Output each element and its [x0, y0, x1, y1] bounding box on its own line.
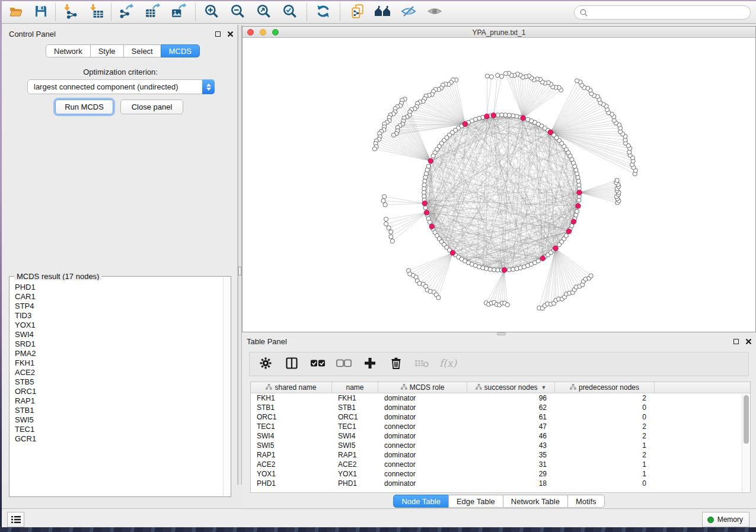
- table-row[interactable]: YOX1YOX1connector291: [251, 469, 750, 479]
- network-node[interactable]: [384, 222, 388, 226]
- open-session-button[interactable]: [5, 3, 27, 21]
- mcds-hub-node[interactable]: [521, 116, 525, 120]
- network-node[interactable]: [431, 154, 435, 158]
- save-session-button[interactable]: [30, 3, 52, 21]
- network-node[interactable]: [423, 206, 428, 210]
- tab-edge-table[interactable]: Edge Table: [448, 495, 503, 508]
- network-node[interactable]: [489, 75, 493, 79]
- network-node[interactable]: [389, 235, 393, 239]
- network-node[interactable]: [387, 226, 391, 230]
- export-table-button[interactable]: [142, 3, 163, 21]
- network-node[interactable]: [485, 74, 489, 78]
- network-node[interactable]: [382, 194, 387, 198]
- mcds-result-item[interactable]: STP4: [15, 302, 223, 311]
- mcds-result-item[interactable]: TEC1: [15, 425, 223, 434]
- horizontal-splitter-grip[interactable]: [497, 332, 506, 335]
- tab-style[interactable]: Style: [90, 44, 124, 57]
- new-network-selection-button[interactable]: [347, 3, 368, 21]
- tab-select[interactable]: Select: [123, 44, 161, 57]
- network-node[interactable]: [381, 198, 385, 203]
- mcds-hub-node[interactable]: [577, 190, 582, 195]
- automation-panel-button[interactable]: [7, 512, 24, 527]
- tab-mcds[interactable]: MCDS: [161, 44, 200, 57]
- mcds-hub-node[interactable]: [571, 219, 576, 224]
- mcds-hub-node[interactable]: [428, 159, 433, 164]
- first-neighbors-button[interactable]: [372, 3, 393, 21]
- mcds-list-scrollbar[interactable]: [223, 277, 230, 496]
- network-node[interactable]: [496, 113, 500, 117]
- mcds-result-item[interactable]: TID3: [15, 311, 223, 321]
- table-row[interactable]: STB1STB1dominator620: [251, 403, 750, 412]
- column-header-shared-name[interactable]: shared name: [251, 382, 332, 393]
- network-node[interactable]: [615, 178, 619, 182]
- network-graph-canvas[interactable]: [243, 38, 755, 332]
- network-node[interactable]: [575, 79, 579, 83]
- column-header-predecessor-nodes[interactable]: predecessor nodes: [555, 382, 655, 393]
- delete-column-button[interactable]: [388, 357, 404, 372]
- hide-selected-button[interactable]: [398, 3, 419, 21]
- import-table-button[interactable]: [86, 3, 107, 21]
- show-all-button[interactable]: [424, 3, 445, 21]
- close-panel-button[interactable]: Close panel: [120, 100, 183, 114]
- run-mcds-button[interactable]: Run MCDS: [55, 100, 113, 114]
- network-node[interactable]: [575, 209, 579, 213]
- zoom-out-button[interactable]: [227, 3, 248, 21]
- zoom-selected-button[interactable]: [279, 3, 301, 21]
- network-node[interactable]: [383, 203, 387, 207]
- mcds-hub-node[interactable]: [429, 224, 434, 229]
- mcds-result-item[interactable]: STB5: [15, 377, 223, 387]
- zoom-fit-button[interactable]: [253, 3, 275, 21]
- mcds-hub-node[interactable]: [422, 201, 427, 206]
- column-header-successor-nodes[interactable]: successor nodes▼: [467, 382, 555, 393]
- mcds-hub-node[interactable]: [548, 130, 553, 134]
- network-node[interactable]: [372, 147, 377, 151]
- mcds-hub-node[interactable]: [566, 229, 571, 233]
- mcds-result-item[interactable]: PMA2: [15, 349, 223, 358]
- mcds-result-item[interactable]: RAP1: [15, 396, 223, 406]
- table-row[interactable]: TEC1TEC1connector472: [251, 422, 750, 431]
- mcds-hub-node[interactable]: [484, 114, 489, 118]
- mcds-result-item[interactable]: SWI5: [15, 415, 223, 425]
- network-node[interactable]: [499, 74, 503, 78]
- float-panel-icon[interactable]: [215, 31, 221, 37]
- table-row[interactable]: SWI5SWI5connector431: [251, 441, 750, 450]
- table-row[interactable]: ACE2ACE2connector311: [251, 460, 750, 469]
- table-row[interactable]: RAP1RAP1dominator352: [251, 450, 750, 460]
- network-node[interactable]: [384, 217, 388, 221]
- deselect-all-button[interactable]: [336, 357, 352, 372]
- mcds-hub-node[interactable]: [553, 246, 558, 251]
- network-node[interactable]: [390, 239, 394, 243]
- mcds-result-item[interactable]: GCR1: [15, 434, 223, 444]
- mcds-result-item[interactable]: PHD1: [15, 283, 223, 292]
- vertical-splitter-grip[interactable]: [238, 267, 241, 275]
- add-column-button[interactable]: [362, 357, 378, 372]
- network-node[interactable]: [428, 220, 432, 225]
- select-all-button[interactable]: [310, 357, 326, 372]
- mcds-hub-node[interactable]: [540, 256, 545, 261]
- export-image-button[interactable]: [168, 3, 189, 21]
- tab-motifs[interactable]: Motifs: [567, 495, 605, 508]
- network-node[interactable]: [564, 233, 568, 238]
- mcds-result-item[interactable]: YOX1: [15, 321, 223, 330]
- tab-node-table[interactable]: Node Table: [393, 495, 449, 508]
- mcds-hub-node[interactable]: [450, 251, 455, 255]
- columns-button[interactable]: [284, 357, 299, 372]
- optimization-criterion-select[interactable]: largest connected component (undirected): [27, 79, 215, 94]
- network-window-titlebar[interactable]: YPA_prune.txt_1: [243, 27, 755, 38]
- search-box[interactable]: [574, 5, 751, 20]
- close-table-panel-icon[interactable]: [745, 338, 752, 345]
- tab-network[interactable]: Network: [46, 44, 91, 57]
- table-row[interactable]: SWI4SWI4dominator462: [251, 431, 750, 441]
- memory-button[interactable]: Memory: [702, 512, 749, 527]
- mcds-result-item[interactable]: ACE2: [15, 368, 223, 377]
- import-network-button[interactable]: [60, 3, 81, 21]
- mcds-result-item[interactable]: FKH1: [15, 358, 223, 368]
- export-network-button[interactable]: [116, 3, 137, 21]
- tab-network-table[interactable]: Network Table: [503, 495, 568, 508]
- zoom-in-button[interactable]: [201, 3, 222, 21]
- network-node[interactable]: [536, 259, 540, 263]
- mcds-result-item[interactable]: SRD1: [15, 339, 223, 349]
- mcds-hub-node[interactable]: [462, 121, 467, 126]
- mcds-hub-node[interactable]: [424, 210, 429, 215]
- network-node[interactable]: [436, 296, 441, 300]
